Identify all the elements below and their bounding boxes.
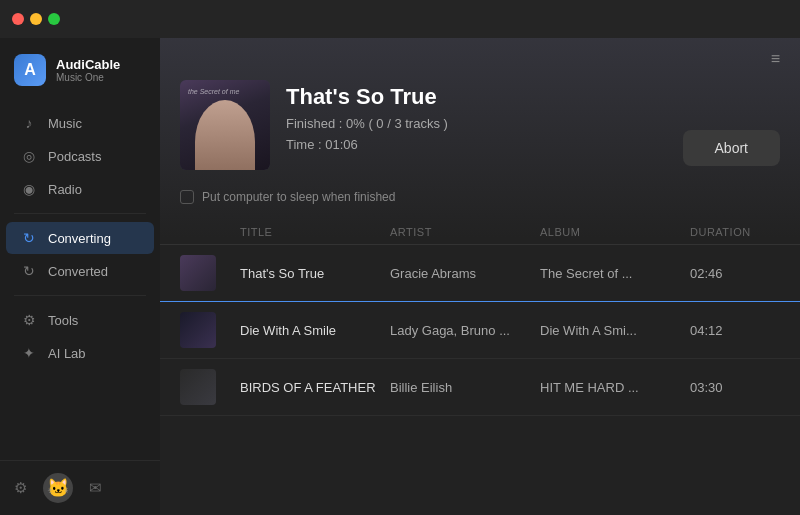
- podcasts-icon: ◎: [20, 148, 38, 164]
- abort-button[interactable]: Abort: [683, 130, 780, 166]
- sidebar-item-tools[interactable]: ⚙ Tools: [6, 304, 154, 336]
- app-subtitle: Music One: [56, 72, 120, 83]
- track-artist: Billie Eilish: [390, 380, 540, 395]
- mail-icon[interactable]: ✉: [89, 479, 102, 497]
- table-row[interactable]: BIRDS OF A FEATHER Billie Eilish HIT ME …: [160, 359, 800, 416]
- track-thumbnail-3: [180, 369, 216, 405]
- sidebar-item-label: Converted: [48, 264, 108, 279]
- track-artist: Lady Gaga, Bruno ...: [390, 323, 540, 338]
- sleep-checkbox[interactable]: [180, 190, 194, 204]
- track-name: That's So True: [240, 266, 390, 281]
- track-name: BIRDS OF A FEATHER: [240, 380, 390, 395]
- time-value: 01:06: [325, 137, 358, 152]
- sidebar-item-radio[interactable]: ◉ Radio: [6, 173, 154, 205]
- sidebar-item-converted[interactable]: ↻ Converted: [6, 255, 154, 287]
- sidebar-nav: ♪ Music ◎ Podcasts ◉ Radio ↻ Converting …: [0, 106, 160, 460]
- tools-icon: ⚙: [20, 312, 38, 328]
- converting-icon: ↻: [20, 230, 38, 246]
- sidebar-item-label: Podcasts: [48, 149, 101, 164]
- converted-icon: ↻: [20, 263, 38, 279]
- track-name: Die With A Smile: [240, 323, 390, 338]
- ailab-icon: ✦: [20, 345, 38, 361]
- track-title: That's So True: [286, 84, 448, 110]
- track-duration: 02:46: [690, 266, 780, 281]
- album-art-image: the Secret of me: [180, 80, 270, 170]
- track-artist: Gracie Abrams: [390, 266, 540, 281]
- abort-btn-container: Abort: [683, 130, 780, 166]
- info-panel: the Secret of me That's So True Finished…: [160, 80, 800, 190]
- titlebar: [0, 0, 800, 38]
- info-text: That's So True Finished : 0% ( 0 / 3 tra…: [286, 80, 448, 152]
- track-time: Time : 01:06: [286, 137, 448, 152]
- table-row[interactable]: Die With A Smile Lady Gaga, Bruno ... Di…: [160, 302, 800, 359]
- track-finished: Finished : 0% ( 0 / 3 tracks ): [286, 116, 448, 131]
- table-header: TITLE ARTIST ALBUM DURATION: [160, 220, 800, 245]
- sidebar-item-label: AI Lab: [48, 346, 86, 361]
- app-body: A AudiCable Music One ♪ Music ◎ Podcasts…: [0, 38, 800, 515]
- radio-icon: ◉: [20, 181, 38, 197]
- main-content: ≡ the Secret of me That's So True Finish…: [160, 38, 800, 515]
- track-album: The Secret of ...: [540, 266, 690, 281]
- avatar[interactable]: 🐱: [43, 473, 73, 503]
- track-album: Die With A Smi...: [540, 323, 690, 338]
- logo-area: A AudiCable Music One: [0, 38, 160, 106]
- track-thumbnail-2: [180, 312, 216, 348]
- sidebar-bottom: ⚙ 🐱 ✉: [0, 460, 160, 515]
- sleep-row: Put computer to sleep when finished: [160, 190, 800, 220]
- logo-text: AudiCable Music One: [56, 57, 120, 83]
- sidebar-item-podcasts[interactable]: ◎ Podcasts: [6, 140, 154, 172]
- track-album: HIT ME HARD ...: [540, 380, 690, 395]
- album-art: the Secret of me: [180, 80, 270, 170]
- th-duration: DURATION: [690, 226, 780, 238]
- top-bar: ≡: [160, 38, 800, 80]
- sidebar-item-converting[interactable]: ↻ Converting: [6, 222, 154, 254]
- sleep-label: Put computer to sleep when finished: [202, 190, 395, 204]
- sidebar: A AudiCable Music One ♪ Music ◎ Podcasts…: [0, 38, 160, 515]
- album-art-figure: [195, 100, 255, 170]
- close-button[interactable]: [12, 13, 24, 25]
- traffic-lights: [12, 13, 60, 25]
- finished-value: 0% ( 0 / 3 tracks ): [346, 116, 448, 131]
- th-thumb: [180, 226, 240, 238]
- track-thumbnail-1: [180, 255, 216, 291]
- track-table: TITLE ARTIST ALBUM DURATION That's So Tr…: [160, 220, 800, 515]
- sidebar-item-label: Music: [48, 116, 82, 131]
- th-album: ALBUM: [540, 226, 690, 238]
- music-icon: ♪: [20, 115, 38, 131]
- album-art-text-overlay: the Secret of me: [188, 88, 239, 95]
- track-duration: 04:12: [690, 323, 780, 338]
- sidebar-item-music[interactable]: ♪ Music: [6, 107, 154, 139]
- sidebar-divider-2: [14, 295, 146, 296]
- logo-icon: A: [14, 54, 46, 86]
- time-label: Time :: [286, 137, 322, 152]
- sidebar-item-label: Tools: [48, 313, 78, 328]
- sidebar-item-ailab[interactable]: ✦ AI Lab: [6, 337, 154, 369]
- sidebar-item-label: Radio: [48, 182, 82, 197]
- minimize-button[interactable]: [30, 13, 42, 25]
- sidebar-divider: [14, 213, 146, 214]
- track-duration: 03:30: [690, 380, 780, 395]
- maximize-button[interactable]: [48, 13, 60, 25]
- sidebar-item-label: Converting: [48, 231, 111, 246]
- settings-icon[interactable]: ⚙: [14, 479, 27, 497]
- th-title: TITLE: [240, 226, 390, 238]
- app-name: AudiCable: [56, 57, 120, 72]
- finished-label: Finished :: [286, 116, 342, 131]
- table-row[interactable]: That's So True Gracie Abrams The Secret …: [160, 245, 800, 302]
- logo-letter: A: [24, 61, 36, 79]
- th-artist: ARTIST: [390, 226, 540, 238]
- menu-icon[interactable]: ≡: [767, 46, 784, 72]
